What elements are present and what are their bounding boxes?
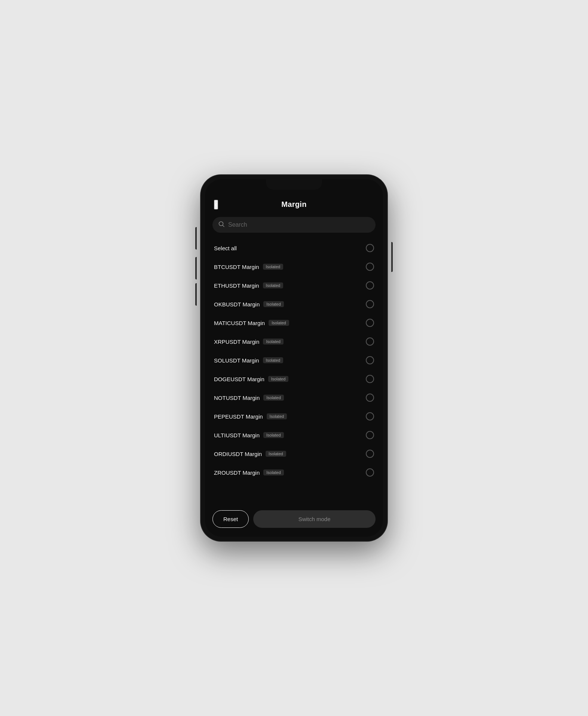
item-name: DOGEUSDT Margin — [214, 376, 264, 382]
isolated-badge: Isolated — [263, 469, 284, 475]
item-name: ETHUSDT Margin — [214, 282, 259, 289]
isolated-badge: Isolated — [267, 413, 287, 419]
list-item[interactable]: PEPEUSDT MarginIsolated — [205, 407, 383, 426]
list-item[interactable]: SOLUSDT MarginIsolated — [205, 351, 383, 370]
radio-button[interactable] — [366, 300, 374, 308]
isolated-badge: Isolated — [263, 264, 284, 270]
radio-button[interactable] — [366, 356, 374, 364]
list-item[interactable]: MATICUSDT MarginIsolated — [205, 313, 383, 332]
search-input[interactable] — [228, 221, 370, 228]
radio-button[interactable] — [366, 375, 374, 383]
radio-button[interactable] — [366, 412, 374, 420]
item-name: ZROUSDT Margin — [214, 469, 260, 476]
notch — [266, 179, 322, 190]
isolated-badge: Isolated — [269, 320, 289, 326]
radio-button[interactable] — [366, 394, 374, 402]
radio-button[interactable] — [366, 450, 374, 458]
radio-button[interactable] — [366, 468, 374, 477]
item-name: Select all — [214, 245, 237, 251]
isolated-badge: Isolated — [263, 301, 284, 307]
list-item[interactable]: ZROUSDT MarginIsolated — [205, 463, 383, 482]
list-item[interactable]: Select all — [205, 239, 383, 257]
radio-button[interactable] — [366, 337, 374, 346]
list-item[interactable]: NOTUSDT MarginIsolated — [205, 388, 383, 407]
item-name: XRPUSDT Margin — [214, 339, 259, 345]
bottom-bar: Reset Switch mode — [205, 506, 383, 537]
radio-button[interactable] — [366, 263, 374, 271]
radio-button[interactable] — [366, 431, 374, 439]
isolated-badge: Isolated — [268, 376, 289, 382]
isolated-badge: Isolated — [263, 432, 284, 438]
item-name: PEPEUSDT Margin — [214, 413, 263, 420]
item-name: MATICUSDT Margin — [214, 320, 265, 326]
list-item[interactable]: OKBUSDT MarginIsolated — [205, 295, 383, 313]
radio-button[interactable] — [366, 281, 374, 290]
reset-button[interactable]: Reset — [212, 510, 249, 528]
isolated-badge: Isolated — [263, 395, 284, 401]
phone-frame: ‹ Margin Select allBTCUSDT MarginIsolate… — [200, 175, 388, 541]
item-name: BTCUSDT Margin — [214, 264, 259, 270]
switch-mode-button[interactable]: Switch mode — [253, 510, 376, 528]
list-item[interactable]: XRPUSDT MarginIsolated — [205, 332, 383, 351]
radio-button[interactable] — [366, 244, 374, 252]
item-name: NOTUSDT Margin — [214, 395, 260, 401]
items-list: Select allBTCUSDT MarginIsolatedETHUSDT … — [205, 236, 383, 506]
svg-line-1 — [223, 225, 224, 227]
search-icon — [218, 221, 224, 229]
list-item[interactable]: ETHUSDT MarginIsolated — [205, 276, 383, 295]
list-item[interactable]: ORDIUSDT MarginIsolated — [205, 444, 383, 463]
header: ‹ Margin — [205, 194, 383, 212]
list-item[interactable]: BTCUSDT MarginIsolated — [205, 257, 383, 276]
item-name: ORDIUSDT Margin — [214, 451, 262, 457]
radio-button[interactable] — [366, 319, 374, 327]
page-title: Margin — [281, 200, 306, 209]
item-name: OKBUSDT Margin — [214, 301, 260, 307]
isolated-badge: Isolated — [263, 282, 284, 288]
phone-screen: ‹ Margin Select allBTCUSDT MarginIsolate… — [205, 179, 383, 537]
isolated-badge: Isolated — [263, 339, 284, 345]
item-name: ULTIUSDT Margin — [214, 432, 260, 438]
isolated-badge: Isolated — [263, 357, 284, 363]
list-item[interactable]: DOGEUSDT MarginIsolated — [205, 370, 383, 388]
back-button[interactable]: ‹ — [214, 200, 218, 209]
screen-content: ‹ Margin Select allBTCUSDT MarginIsolate… — [205, 179, 383, 537]
list-item[interactable]: ULTIUSDT MarginIsolated — [205, 426, 383, 444]
search-box — [212, 217, 376, 233]
isolated-badge: Isolated — [266, 451, 286, 457]
item-name: SOLUSDT Margin — [214, 357, 259, 364]
search-container — [205, 212, 383, 236]
